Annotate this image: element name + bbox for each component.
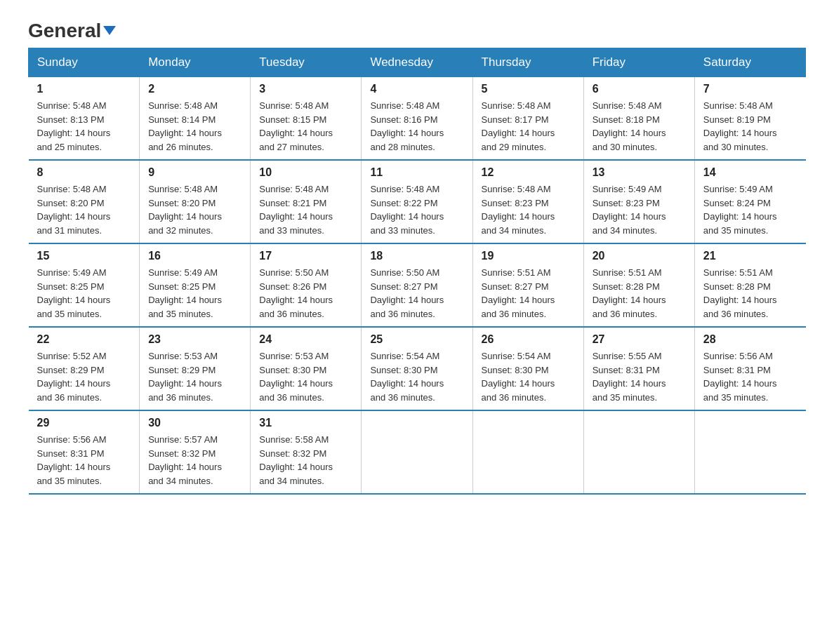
day-info: Sunrise: 5:58 AM Sunset: 8:32 PM Dayligh… (259, 433, 352, 488)
day-number: 18 (370, 250, 463, 262)
day-number: 28 (703, 333, 797, 346)
day-number: 4 (370, 83, 463, 95)
day-info: Sunrise: 5:54 AM Sunset: 8:30 PM Dayligh… (482, 349, 575, 404)
logo-name: General (28, 21, 116, 41)
day-number: 19 (482, 250, 575, 262)
week-row-2: 8 Sunrise: 5:48 AM Sunset: 8:20 PM Dayli… (29, 160, 806, 243)
week-row-1: 1 Sunrise: 5:48 AM Sunset: 8:13 PM Dayli… (29, 77, 806, 161)
calendar-cell: 7 Sunrise: 5:48 AM Sunset: 8:19 PM Dayli… (694, 77, 805, 161)
day-info: Sunrise: 5:52 AM Sunset: 8:29 PM Dayligh… (37, 349, 131, 404)
calendar-table: SundayMondayTuesdayWednesdayThursdayFrid… (28, 48, 806, 495)
calendar-cell: 4 Sunrise: 5:48 AM Sunset: 8:16 PM Dayli… (362, 77, 472, 161)
day-info: Sunrise: 5:51 AM Sunset: 8:27 PM Dayligh… (482, 266, 575, 321)
calendar-cell: 8 Sunrise: 5:48 AM Sunset: 8:20 PM Dayli… (29, 160, 140, 243)
calendar-cell: 25 Sunrise: 5:54 AM Sunset: 8:30 PM Dayl… (362, 327, 472, 410)
day-number: 7 (703, 83, 797, 95)
day-number: 26 (482, 333, 575, 346)
calendar-cell: 18 Sunrise: 5:50 AM Sunset: 8:27 PM Dayl… (362, 243, 472, 327)
day-number: 29 (37, 417, 131, 429)
calendar-cell: 22 Sunrise: 5:52 AM Sunset: 8:29 PM Dayl… (29, 327, 140, 410)
day-info: Sunrise: 5:56 AM Sunset: 8:31 PM Dayligh… (37, 433, 131, 488)
day-number: 15 (37, 250, 131, 262)
day-number: 17 (259, 250, 352, 262)
calendar-cell: 27 Sunrise: 5:55 AM Sunset: 8:31 PM Dayl… (583, 327, 694, 410)
day-info: Sunrise: 5:49 AM Sunset: 8:25 PM Dayligh… (37, 266, 131, 321)
weekday-header-monday: Monday (140, 48, 251, 77)
weekday-header-thursday: Thursday (472, 48, 583, 77)
calendar-cell: 23 Sunrise: 5:53 AM Sunset: 8:29 PM Dayl… (140, 327, 251, 410)
day-number: 25 (370, 333, 463, 346)
day-number: 24 (259, 333, 352, 346)
day-number: 12 (482, 166, 575, 179)
weekday-header-row: SundayMondayTuesdayWednesdayThursdayFrid… (29, 48, 806, 77)
day-info: Sunrise: 5:48 AM Sunset: 8:15 PM Dayligh… (259, 99, 352, 154)
day-info: Sunrise: 5:54 AM Sunset: 8:30 PM Dayligh… (370, 349, 463, 404)
day-number: 27 (593, 333, 686, 346)
calendar-cell: 11 Sunrise: 5:48 AM Sunset: 8:22 PM Dayl… (362, 160, 472, 243)
day-number: 5 (482, 83, 575, 95)
calendar-cell: 30 Sunrise: 5:57 AM Sunset: 8:32 PM Dayl… (140, 410, 251, 494)
week-row-3: 15 Sunrise: 5:49 AM Sunset: 8:25 PM Dayl… (29, 243, 806, 327)
day-info: Sunrise: 5:51 AM Sunset: 8:28 PM Dayligh… (703, 266, 797, 321)
day-number: 13 (593, 166, 686, 179)
day-info: Sunrise: 5:48 AM Sunset: 8:21 PM Dayligh… (259, 182, 352, 237)
day-number: 31 (259, 417, 352, 429)
day-info: Sunrise: 5:53 AM Sunset: 8:30 PM Dayligh… (259, 349, 352, 404)
day-info: Sunrise: 5:48 AM Sunset: 8:17 PM Dayligh… (482, 99, 575, 154)
day-info: Sunrise: 5:49 AM Sunset: 8:23 PM Dayligh… (593, 182, 686, 237)
day-number: 14 (703, 166, 797, 179)
page-header: General (28, 21, 806, 41)
calendar-cell (362, 410, 472, 494)
weekday-header-friday: Friday (583, 48, 694, 77)
calendar-cell: 31 Sunrise: 5:58 AM Sunset: 8:32 PM Dayl… (251, 410, 362, 494)
day-number: 16 (148, 250, 241, 262)
calendar-cell: 17 Sunrise: 5:50 AM Sunset: 8:26 PM Dayl… (251, 243, 362, 327)
day-info: Sunrise: 5:57 AM Sunset: 8:32 PM Dayligh… (148, 433, 241, 488)
calendar-cell: 13 Sunrise: 5:49 AM Sunset: 8:23 PM Dayl… (583, 160, 694, 243)
calendar-cell: 10 Sunrise: 5:48 AM Sunset: 8:21 PM Dayl… (251, 160, 362, 243)
day-info: Sunrise: 5:48 AM Sunset: 8:22 PM Dayligh… (370, 182, 463, 237)
day-info: Sunrise: 5:55 AM Sunset: 8:31 PM Dayligh… (593, 349, 686, 404)
calendar-cell: 5 Sunrise: 5:48 AM Sunset: 8:17 PM Dayli… (472, 77, 583, 161)
day-number: 6 (593, 83, 686, 95)
day-number: 22 (37, 333, 131, 346)
day-info: Sunrise: 5:48 AM Sunset: 8:20 PM Dayligh… (37, 182, 131, 237)
day-info: Sunrise: 5:56 AM Sunset: 8:31 PM Dayligh… (703, 349, 797, 404)
calendar-cell: 29 Sunrise: 5:56 AM Sunset: 8:31 PM Dayl… (29, 410, 140, 494)
day-info: Sunrise: 5:53 AM Sunset: 8:29 PM Dayligh… (148, 349, 241, 404)
calendar-cell: 20 Sunrise: 5:51 AM Sunset: 8:28 PM Dayl… (583, 243, 694, 327)
weekday-header-wednesday: Wednesday (362, 48, 472, 77)
day-number: 20 (593, 250, 686, 262)
week-row-5: 29 Sunrise: 5:56 AM Sunset: 8:31 PM Dayl… (29, 410, 806, 494)
day-number: 2 (148, 83, 241, 95)
day-info: Sunrise: 5:51 AM Sunset: 8:28 PM Dayligh… (593, 266, 686, 321)
day-number: 1 (37, 83, 131, 95)
day-info: Sunrise: 5:49 AM Sunset: 8:25 PM Dayligh… (148, 266, 241, 321)
calendar-cell: 15 Sunrise: 5:49 AM Sunset: 8:25 PM Dayl… (29, 243, 140, 327)
day-info: Sunrise: 5:49 AM Sunset: 8:24 PM Dayligh… (703, 182, 797, 237)
day-info: Sunrise: 5:50 AM Sunset: 8:27 PM Dayligh… (370, 266, 463, 321)
day-info: Sunrise: 5:48 AM Sunset: 8:14 PM Dayligh… (148, 99, 241, 154)
weekday-header-sunday: Sunday (29, 48, 140, 77)
weekday-header-saturday: Saturday (694, 48, 805, 77)
calendar-cell: 12 Sunrise: 5:48 AM Sunset: 8:23 PM Dayl… (472, 160, 583, 243)
calendar-cell: 21 Sunrise: 5:51 AM Sunset: 8:28 PM Dayl… (694, 243, 805, 327)
calendar-cell: 26 Sunrise: 5:54 AM Sunset: 8:30 PM Dayl… (472, 327, 583, 410)
calendar-cell: 14 Sunrise: 5:49 AM Sunset: 8:24 PM Dayl… (694, 160, 805, 243)
calendar-cell: 1 Sunrise: 5:48 AM Sunset: 8:13 PM Dayli… (29, 77, 140, 161)
logo: General (28, 21, 116, 41)
calendar-cell: 28 Sunrise: 5:56 AM Sunset: 8:31 PM Dayl… (694, 327, 805, 410)
day-info: Sunrise: 5:48 AM Sunset: 8:20 PM Dayligh… (148, 182, 241, 237)
calendar-cell (472, 410, 583, 494)
day-info: Sunrise: 5:48 AM Sunset: 8:19 PM Dayligh… (703, 99, 797, 154)
day-number: 3 (259, 83, 352, 95)
calendar-cell: 19 Sunrise: 5:51 AM Sunset: 8:27 PM Dayl… (472, 243, 583, 327)
day-info: Sunrise: 5:48 AM Sunset: 8:13 PM Dayligh… (37, 99, 131, 154)
calendar-cell (694, 410, 805, 494)
calendar-cell: 16 Sunrise: 5:49 AM Sunset: 8:25 PM Dayl… (140, 243, 251, 327)
day-info: Sunrise: 5:48 AM Sunset: 8:16 PM Dayligh… (370, 99, 463, 154)
day-number: 9 (148, 166, 241, 179)
calendar-cell: 9 Sunrise: 5:48 AM Sunset: 8:20 PM Dayli… (140, 160, 251, 243)
day-info: Sunrise: 5:50 AM Sunset: 8:26 PM Dayligh… (259, 266, 352, 321)
day-number: 10 (259, 166, 352, 179)
